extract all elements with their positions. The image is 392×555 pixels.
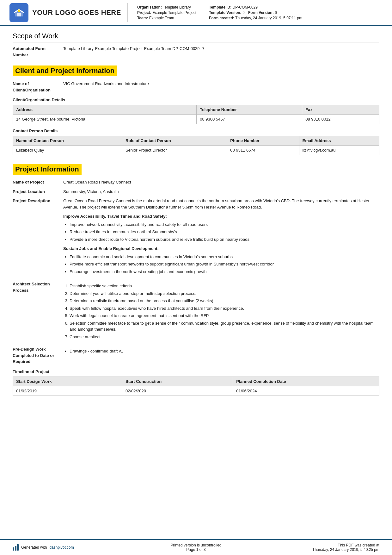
client-name-label: Name of Client/Organisation <box>13 81 63 93</box>
contact-phone-cell: 08 9311 6574 <box>227 146 299 155</box>
list-item: Facilitate economic and social developme… <box>70 254 379 260</box>
project-description-content: Great Ocean Road Freeway Connect is the … <box>63 198 379 278</box>
start-design-cell: 01/02/2019 <box>13 386 122 396</box>
list-item: Choose architect <box>70 334 379 340</box>
form-created-value: Thursday, 24 January 2019, 5:07:11 pm <box>235 16 302 20</box>
client-name-value: VIC Government Roadworks and Infrastruct… <box>63 81 379 87</box>
svg-rect-0 <box>17 13 21 16</box>
contact-subheading: Contact Person Details <box>13 128 379 133</box>
timeline-table: Start Design Work Start Construction Pla… <box>13 377 379 396</box>
fax-cell: 08 9310 0012 <box>302 115 379 124</box>
project-location-label: Project Location <box>13 189 63 195</box>
template-version-row: Template Version: 9 Form Version: 6 <box>209 10 302 15</box>
template-id-row: Template ID: DP-COM-0029 <box>209 5 302 9</box>
project-row: Project: Example Template Project <box>137 10 196 15</box>
template-version-value: 9 <box>242 10 245 15</box>
architect-content: Establish specific selection criteria De… <box>63 281 379 343</box>
address-table: Address Telephone Number Fax 14 George S… <box>13 105 379 124</box>
footer: Generated with dashpivot.com Printed ver… <box>0 539 392 555</box>
address-col-header: Address <box>13 105 197 115</box>
list-item: Speak with fellow hospital executives wh… <box>70 305 379 312</box>
project-value: Example Template Project <box>152 10 196 15</box>
client-heading-text: Client and Project Information <box>13 65 117 76</box>
address-cell: 14 George Street, Melbourne, Victoria <box>13 115 197 124</box>
header: YOUR LOGO GOES HERE Organisation: Templa… <box>0 0 392 26</box>
contact-table: Name of Contact Person Role of Contact P… <box>13 136 379 155</box>
contact-phone-col-header: Phone Number <box>227 136 299 146</box>
predesign-bullets: Drawings - confirmed draft v1 <box>70 348 379 354</box>
footer-left: Generated with dashpivot.com <box>13 544 107 551</box>
scope-title: Scope of Work <box>13 32 379 42</box>
form-version-value: 6 <box>275 10 277 15</box>
team-value: Example Team <box>149 16 174 20</box>
page: YOUR LOGO GOES HERE Organisation: Templa… <box>0 0 392 555</box>
team-label: Team: <box>137 16 148 20</box>
description-heading1: Improve Accessibility, Travel Times and … <box>63 213 379 220</box>
contact-name-cell: Elizabeth Quay <box>13 146 122 155</box>
footer-generated-text: Generated with <box>21 545 47 550</box>
client-name-row: Name of Client/Organisation VIC Governme… <box>13 81 379 93</box>
list-item: Establish specific selection criteria <box>70 283 379 289</box>
list-item: Provide a more direct route to Victoria … <box>70 236 379 243</box>
form-version-label: Form Version: <box>248 10 274 15</box>
automated-form-number-label: Automated Form Number <box>13 46 63 58</box>
project-description-label: Project Description <box>13 198 63 204</box>
main-content: Scope of Work Automated Form Number Temp… <box>0 26 392 539</box>
contact-role-col-header: Role of Contact Person <box>122 136 227 146</box>
form-created-row: Form created: Thursday, 24 January 2019,… <box>209 16 302 20</box>
start-construction-col-header: Start Construction <box>122 377 233 386</box>
table-row: Elizabeth Quay Senior Project Director 0… <box>13 146 379 155</box>
telephone-col-header: Telephone Number <box>197 105 302 115</box>
footer-right: This PDF was created at Thursday, 24 Jan… <box>285 543 379 552</box>
list-item: Work with legal counsel to create an agr… <box>70 313 379 319</box>
template-id-label: Template ID: <box>209 5 231 9</box>
logo-icon <box>9 3 28 22</box>
list-item: Provide more efficient transport network… <box>70 261 379 267</box>
description-intro: Great Ocean Road Freeway Connect is the … <box>63 198 379 210</box>
logo-area: YOUR LOGO GOES HERE <box>9 3 121 22</box>
table-row: 14 George Street, Melbourne, Victoria 08… <box>13 115 379 124</box>
list-item: Improve network connectivity, accessibil… <box>70 221 379 228</box>
predesign-content: Drawings - confirmed draft v1 <box>63 346 379 358</box>
footer-page: Page 1 of 3 <box>107 547 285 552</box>
project-name-row: Name of Project Great Ocean Road Freeway… <box>13 179 379 185</box>
project-name-value: Great Ocean Road Freeway Connect <box>63 179 379 185</box>
dashpivot-link[interactable]: dashpivot.com <box>49 545 74 550</box>
list-item: Determine if you will utilise a one-step… <box>70 290 379 297</box>
org-row: Organisation: Template Library <box>137 5 196 9</box>
project-label: Project: <box>137 10 151 15</box>
project-heading-text: Project Information <box>13 164 82 175</box>
template-id-value: DP-COM-0029 <box>233 5 258 9</box>
telephone-cell: 08 9300 5467 <box>197 115 302 124</box>
project-location-value: Summersby, Victoria, Australia <box>63 189 379 195</box>
contact-email-col-header: Email Address <box>299 136 379 146</box>
timeline-subheading: Timeline of Project <box>13 369 379 374</box>
list-item: Encourage investment in the north-west c… <box>70 269 379 275</box>
org-value: Template Library <box>163 5 191 9</box>
svg-point-1 <box>18 9 20 12</box>
client-section-heading: Client and Project Information <box>13 61 379 81</box>
architect-steps-list: Establish specific selection criteria De… <box>70 283 379 340</box>
architect-row: Architect Selection Process Establish sp… <box>13 281 379 343</box>
start-design-col-header: Start Design Work <box>13 377 122 386</box>
project-description-row: Project Description Great Ocean Road Fre… <box>13 198 379 278</box>
client-details-subheading: Client/Organisation Details <box>13 97 379 102</box>
footer-logo-icon <box>13 544 19 551</box>
team-row: Team: Example Team <box>137 16 196 20</box>
contact-role-cell: Senior Project Director <box>122 146 227 155</box>
contact-name-col-header: Name of Contact Person <box>13 136 122 146</box>
header-meta: Organisation: Template Library Project: … <box>127 3 383 22</box>
header-meta-right: Template ID: DP-COM-0029 Template Versio… <box>209 5 302 20</box>
project-name-label: Name of Project <box>13 179 63 185</box>
footer-created-date: Thursday, 24 January 2019, 5:40:25 pm <box>285 547 379 552</box>
form-created-label: Form created: <box>209 16 234 20</box>
footer-created-label: This PDF was created at <box>285 543 379 547</box>
project-section-heading: Project Information <box>13 159 379 179</box>
predesign-row: Pre-Design Work Completed to Date or Req… <box>13 346 379 365</box>
automated-form-number-row: Automated Form Number Template Library-E… <box>13 46 379 58</box>
description-heading2: Sustain Jobs and Enable Regional Develop… <box>63 246 379 252</box>
footer-center: Printed version is uncontrolled Page 1 o… <box>107 543 285 552</box>
list-item: Reduce travel times for communities nort… <box>70 229 379 235</box>
list-item: Selection committee meet face to face to… <box>70 320 379 333</box>
architect-label: Architect Selection Process <box>13 281 63 293</box>
